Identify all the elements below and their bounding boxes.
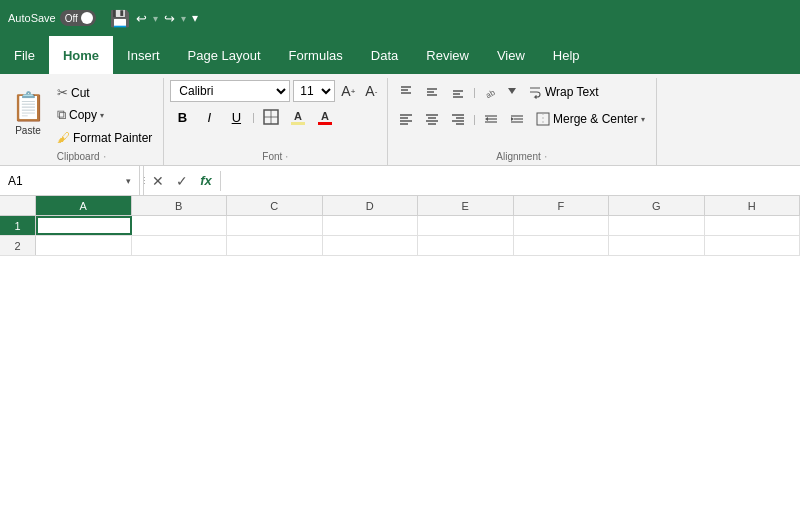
alignment-expand-icon[interactable]: ⬝ bbox=[543, 152, 548, 162]
menu-bar: File Home Insert Page Layout Formulas Da… bbox=[0, 36, 800, 74]
cut-button[interactable]: ✂ Cut bbox=[52, 82, 157, 103]
fill-color-button[interactable]: A bbox=[286, 105, 310, 129]
decrease-indent-button[interactable] bbox=[479, 107, 503, 131]
spreadsheet: A B C D E F G H 1 2 bbox=[0, 196, 800, 256]
menu-page-layout[interactable]: Page Layout bbox=[174, 36, 275, 74]
cell-A2[interactable] bbox=[36, 236, 132, 255]
name-box-dropdown-icon[interactable]: ▾ bbox=[126, 176, 131, 186]
row-num-2[interactable]: 2 bbox=[0, 236, 36, 255]
align-middle-button[interactable] bbox=[420, 80, 444, 104]
copy-icon: ⧉ bbox=[57, 107, 66, 123]
menu-home[interactable]: Home bbox=[49, 36, 113, 74]
formula-actions: ✕ ✓ fx bbox=[144, 171, 221, 191]
cancel-formula-button[interactable]: ✕ bbox=[148, 171, 168, 191]
name-box-value: A1 bbox=[8, 174, 122, 188]
confirm-formula-button[interactable]: ✓ bbox=[172, 171, 192, 191]
menu-data[interactable]: Data bbox=[357, 36, 412, 74]
copy-label: Copy bbox=[69, 108, 97, 122]
font-family-select[interactable]: Calibri bbox=[170, 80, 290, 102]
bold-button[interactable]: B bbox=[170, 105, 194, 129]
save-icon[interactable]: 💾 bbox=[110, 9, 130, 28]
col-header-F[interactable]: F bbox=[514, 196, 610, 215]
col-header-C[interactable]: C bbox=[227, 196, 323, 215]
col-header-E[interactable]: E bbox=[418, 196, 514, 215]
menu-review[interactable]: Review bbox=[412, 36, 483, 74]
cell-F1[interactable] bbox=[514, 216, 610, 235]
autosave-label: AutoSave Off bbox=[8, 10, 96, 26]
text-direction-dropdown[interactable] bbox=[505, 80, 519, 104]
cell-G2[interactable] bbox=[609, 236, 705, 255]
formula-bar: A1 ▾ ⋮ ✕ ✓ fx bbox=[0, 166, 800, 196]
format-painter-button[interactable]: 🖌 Format Painter bbox=[52, 127, 157, 148]
undo-icon[interactable]: ↩ bbox=[136, 11, 147, 26]
align-bottom-button[interactable] bbox=[446, 80, 470, 104]
align-right-button[interactable] bbox=[446, 107, 470, 131]
svg-marker-29 bbox=[485, 117, 488, 121]
cell-D1[interactable] bbox=[323, 216, 419, 235]
font-content: Calibri 11 A+ A- B I U | A bbox=[170, 80, 381, 149]
cell-B1[interactable] bbox=[132, 216, 228, 235]
cell-B2[interactable] bbox=[132, 236, 228, 255]
cell-A1[interactable] bbox=[36, 216, 132, 235]
autosave-toggle[interactable]: Off bbox=[60, 10, 96, 26]
more-commands-icon[interactable]: ▾ bbox=[192, 11, 198, 25]
cell-E1[interactable] bbox=[418, 216, 514, 235]
menu-help[interactable]: Help bbox=[539, 36, 594, 74]
insert-function-button[interactable]: fx bbox=[196, 171, 216, 191]
col-header-D[interactable]: D bbox=[323, 196, 419, 215]
name-box[interactable]: A1 ▾ bbox=[0, 166, 140, 195]
font-expand-icon[interactable]: ⬝ bbox=[284, 152, 289, 162]
text-direction-button[interactable]: ab bbox=[479, 80, 503, 104]
col-header-G[interactable]: G bbox=[609, 196, 705, 215]
undo-dropdown-icon[interactable]: ▾ bbox=[153, 13, 158, 24]
paste-large-icon: 📋 bbox=[11, 90, 46, 123]
col-header-A[interactable]: A bbox=[36, 196, 132, 215]
cell-G1[interactable] bbox=[609, 216, 705, 235]
menu-view[interactable]: View bbox=[483, 36, 539, 74]
border-button[interactable] bbox=[259, 105, 283, 129]
menu-formulas[interactable]: Formulas bbox=[275, 36, 357, 74]
italic-button[interactable]: I bbox=[197, 105, 221, 129]
decrease-font-button[interactable]: A- bbox=[361, 80, 381, 102]
align-top-button[interactable] bbox=[394, 80, 418, 104]
alignment-group: | ab Wrap Text bbox=[388, 78, 656, 165]
font-label: Font ⬝ bbox=[170, 149, 381, 163]
cell-C2[interactable] bbox=[227, 236, 323, 255]
align-left-button[interactable] bbox=[394, 107, 418, 131]
font-color-button[interactable]: A bbox=[313, 105, 337, 129]
col-header-B[interactable]: B bbox=[132, 196, 228, 215]
increase-indent-button[interactable] bbox=[505, 107, 529, 131]
col-header-H[interactable]: H bbox=[705, 196, 801, 215]
redo-icon[interactable]: ↪ bbox=[164, 11, 175, 26]
menu-file[interactable]: File bbox=[0, 36, 49, 74]
merge-center-button[interactable]: Merge & Center ▾ bbox=[531, 109, 650, 129]
cell-D2[interactable] bbox=[323, 236, 419, 255]
title-bar: AutoSave Off 💾 ↩ ▾ ↪ ▾ ▾ bbox=[0, 0, 800, 36]
autosave-text: AutoSave bbox=[8, 12, 56, 24]
wrap-text-button[interactable]: Wrap Text bbox=[521, 82, 606, 102]
clipboard-label: Clipboard ⬝ bbox=[6, 149, 157, 163]
align-center-button[interactable] bbox=[420, 107, 444, 131]
font-group: Calibri 11 A+ A- B I U | A bbox=[164, 78, 388, 165]
cell-H2[interactable] bbox=[705, 236, 801, 255]
merge-center-dropdown-icon[interactable]: ▾ bbox=[641, 115, 645, 124]
clipboard-expand-icon[interactable]: ⬝ bbox=[102, 152, 107, 162]
alignment-group-label-text: Alignment bbox=[496, 151, 540, 162]
increase-font-button[interactable]: A+ bbox=[338, 80, 358, 102]
redo-dropdown-icon[interactable]: ▾ bbox=[181, 13, 186, 24]
cancel-icon: ✕ bbox=[152, 173, 164, 189]
copy-dropdown-icon[interactable]: ▾ bbox=[100, 111, 104, 120]
alignment-content: | ab Wrap Text bbox=[394, 80, 649, 149]
font-size-select[interactable]: 11 bbox=[293, 80, 335, 102]
cell-E2[interactable] bbox=[418, 236, 514, 255]
cell-F2[interactable] bbox=[514, 236, 610, 255]
cell-C1[interactable] bbox=[227, 216, 323, 235]
row-num-1[interactable]: 1 bbox=[0, 216, 36, 235]
ribbon: 📋 Paste ✂ Cut ⧉ Copy ▾ 🖌 Format Painter bbox=[0, 74, 800, 166]
copy-button[interactable]: ⧉ Copy ▾ bbox=[52, 104, 157, 126]
menu-insert[interactable]: Insert bbox=[113, 36, 174, 74]
paste-button[interactable]: 📋 Paste bbox=[6, 80, 50, 146]
formula-input[interactable] bbox=[221, 166, 800, 195]
cell-H1[interactable] bbox=[705, 216, 801, 235]
underline-button[interactable]: U bbox=[224, 105, 248, 129]
